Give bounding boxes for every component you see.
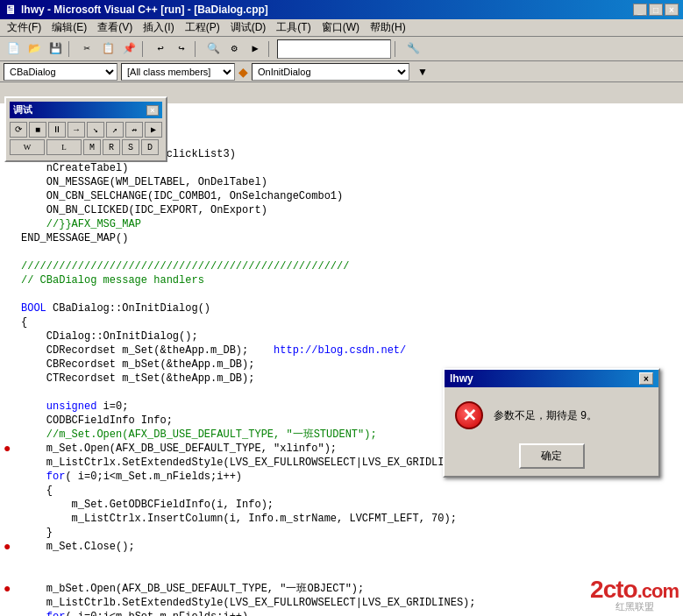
error-icon: ✕: [455, 401, 483, 429]
toolbar-separator-5: [395, 41, 400, 57]
menu-file[interactable]: 文件(F): [2, 18, 46, 37]
debug-step-out-btn[interactable]: ↗: [106, 122, 124, 138]
dropdown-toolbar: CBaDialog [All class members] ◆ OnInitDi…: [0, 61, 683, 82]
menu-project[interactable]: 工程(P): [180, 18, 225, 37]
debug-title: 调试 ×: [10, 102, 162, 118]
error-dialog: lhwy × ✕ 参数不足，期待是 9。 确定: [443, 368, 660, 478]
debug-close-button[interactable]: ×: [146, 105, 159, 116]
paste-button[interactable]: 📌: [119, 39, 139, 59]
code-line: {: [4, 315, 679, 329]
watermark-sub: 红黑联盟: [590, 602, 679, 612]
debug-disasm-btn[interactable]: D: [141, 139, 159, 155]
code-line: ON_MESSAGE(WM_DELTABEL, OnDelTabel): [4, 175, 679, 189]
debug-step-in-btn[interactable]: ↘: [87, 122, 104, 138]
code-line: ON_BN_CLICKED(IDC_EXPORT, OnExport): [4, 203, 679, 217]
menu-edit[interactable]: 编辑(E): [46, 18, 92, 37]
toolbar-separator-3: [195, 41, 200, 57]
code-line: [4, 287, 679, 301]
toolbar-separator-2: [142, 41, 147, 57]
debug-reg-btn[interactable]: R: [103, 139, 120, 155]
debug-step-over-btn[interactable]: →: [68, 122, 85, 138]
undo-button[interactable]: ↩: [151, 39, 170, 59]
code-line: m_Set.GetODBCFieldInfo(i, Info);: [4, 498, 679, 512]
method-btn[interactable]: ▼: [413, 62, 432, 81]
copy-button[interactable]: 📋: [98, 39, 117, 59]
debug-watch-btn[interactable]: W: [10, 139, 45, 155]
dialog-footer: 确定: [445, 436, 658, 476]
code-line: CDRecordset m_Set(&theApp.m_DB); http://…: [4, 343, 679, 358]
open-button[interactable]: 📂: [25, 39, 44, 59]
debug-run-cursor-btn[interactable]: ↛: [125, 122, 143, 138]
maximize-button[interactable]: □: [649, 4, 663, 16]
code-line: m_ListCtrlb.SetExtendedStyle(LVS_EX_FULL…: [4, 596, 679, 610]
title-bar-controls: _ □ ×: [633, 4, 679, 16]
window-title: lhwy - Microsoft Visual C++ [run] - [BaD…: [21, 4, 268, 16]
code-line: [4, 245, 679, 259]
wizard-button[interactable]: [277, 39, 391, 59]
code-line: //}}AFX_MSG_MAP: [4, 217, 679, 231]
menu-window[interactable]: 窗口(W): [317, 18, 365, 37]
find-button[interactable]: 🔍: [203, 39, 223, 59]
breakpoint-1: ●: [4, 442, 21, 456]
debug-local-btn[interactable]: L: [46, 139, 82, 155]
dialog-body: ✕ 参数不足，期待是 9。: [445, 387, 658, 436]
debug-break-btn[interactable]: ⏸: [48, 122, 66, 138]
debug-row-2: W L M R S D: [10, 139, 162, 155]
dialog-close-button[interactable]: ×: [639, 372, 653, 385]
toolbar: 📄 📂 💾 ✂ 📋 📌 ↩ ↪ 🔍 ⚙ ▶ 🔧: [0, 37, 683, 61]
code-area[interactable]: nDelect) nd) 1) IDC_LIST3, OnColumnclick…: [0, 103, 683, 616]
new-button[interactable]: 📄: [4, 39, 23, 59]
debug-stop-btn[interactable]: ■: [29, 122, 46, 138]
title-bar-left: 🖥 lhwy - Microsoft Visual C++ [run] - [B…: [4, 3, 268, 17]
app-icon: 🖥: [4, 3, 17, 17]
toolbar-separator-1: [68, 41, 74, 57]
debug-title-label: 调试: [13, 103, 32, 117]
code-line: CDialog::OnInitDialog();: [4, 329, 679, 343]
menu-view[interactable]: 查看(V): [92, 18, 138, 37]
extra-button[interactable]: 🔧: [403, 39, 423, 59]
code-line-bp3: ● m_bSet.Open(AFX_DB_USE_DEFAULT_TYPE, "…: [4, 582, 679, 596]
breakpoint-2: ●: [4, 540, 21, 554]
code-line: }: [4, 526, 679, 540]
code-line: ////////////////////////////////////////…: [4, 259, 679, 273]
debug-callstack-btn[interactable]: S: [122, 139, 139, 155]
code-line: m_ListCtrlx.InsertColumn(i, Info.m_strNa…: [4, 512, 679, 526]
dialog-title-bar: lhwy ×: [445, 370, 658, 387]
debug-row-1: ⟳ ■ ⏸ → ↘ ↗ ↛ ▶: [10, 122, 162, 138]
menu-tools[interactable]: 工具(T): [271, 18, 316, 37]
error-icon-symbol: ✕: [462, 405, 477, 426]
menu-insert[interactable]: 插入(I): [138, 18, 179, 37]
menu-help[interactable]: 帮助(H): [365, 18, 411, 37]
code-line-bp2: ● m_Set.Close();: [4, 540, 679, 554]
code-line: for( i=0;i<m_bSet.m_nFields;i++): [4, 610, 679, 616]
cut-button[interactable]: ✂: [77, 39, 96, 59]
dialog-ok-button[interactable]: 确定: [519, 443, 585, 469]
breakpoint-3: ●: [4, 582, 21, 596]
run-button[interactable]: ▶: [245, 39, 265, 59]
code-line: ON_CBN_SELCHANGE(IDC_COMBO1, OnSelchange…: [4, 189, 679, 203]
code-line: END_MESSAGE_MAP(): [4, 231, 679, 245]
method-selector[interactable]: OnInitDialog: [252, 63, 409, 81]
redo-button[interactable]: ↪: [172, 39, 191, 59]
debug-toolbar: 调试 × ⟳ ■ ⏸ → ↘ ↗ ↛ ▶ W L M R S D: [4, 96, 167, 162]
build-button[interactable]: ⚙: [224, 39, 244, 59]
watermark-line1: 2cto.com: [590, 577, 679, 602]
debug-run-btn[interactable]: ▶: [145, 122, 162, 138]
title-bar: 🖥 lhwy - Microsoft Visual C++ [run] - [B…: [0, 0, 683, 19]
code-line: [4, 568, 679, 582]
code-line: BOOL CBaDialog::OnInitDialog(): [4, 301, 679, 315]
filter-selector[interactable]: [All class members]: [121, 63, 235, 81]
close-button[interactable]: ×: [665, 4, 679, 16]
watermark: 2cto.com 红黑联盟: [590, 577, 679, 612]
menu-bar: 文件(F) 编辑(E) 查看(V) 插入(I) 工程(P) 调试(D) 工具(T…: [0, 19, 683, 37]
class-selector[interactable]: CBaDialog: [4, 63, 117, 81]
toolbar-separator-4: [268, 41, 274, 57]
code-line: {: [4, 484, 679, 498]
code-line: [4, 554, 679, 568]
save-button[interactable]: 💾: [46, 39, 65, 59]
debug-memory-btn[interactable]: M: [83, 139, 101, 155]
dialog-title-label: lhwy: [450, 372, 473, 385]
minimize-button[interactable]: _: [633, 4, 647, 16]
debug-restart-btn[interactable]: ⟳: [10, 122, 27, 138]
menu-debug[interactable]: 调试(D): [225, 18, 272, 37]
